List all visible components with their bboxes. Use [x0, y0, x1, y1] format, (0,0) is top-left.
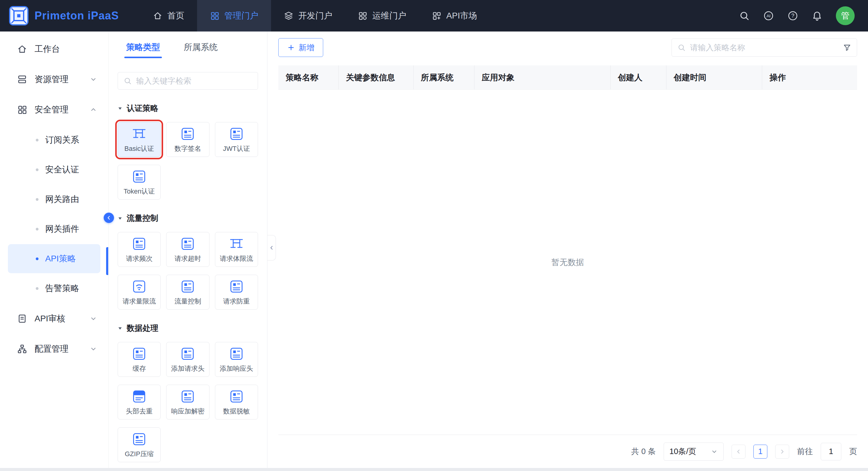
search-icon	[677, 43, 686, 52]
sidebar-subitem-subscription[interactable]: 订阅关系	[8, 125, 100, 155]
policy-card-cache[interactable]: 缓存	[118, 342, 161, 377]
goto-unit: 页	[849, 446, 857, 457]
sidebar-item-resource[interactable]: 资源管理	[0, 64, 108, 95]
policy-card-request-frequency[interactable]: 请求频次	[118, 232, 161, 267]
group-header-data-processing[interactable]: 数据处理	[118, 323, 258, 334]
policy-card-request-antireplay[interactable]: 请求防重	[215, 275, 258, 309]
policy-card-label: Token认证	[124, 187, 155, 196]
policy-card-basic-auth[interactable]: Basic认证	[118, 122, 161, 157]
user-avatar[interactable]: 管	[836, 6, 855, 25]
search-icon[interactable]	[739, 10, 750, 21]
nav-item-ops-portal[interactable]: 运维门户	[345, 0, 419, 32]
sidebar-item-label: API审核	[35, 313, 65, 325]
help-icon[interactable]: ?	[787, 10, 798, 21]
chevron-up-icon	[89, 106, 97, 113]
nav-item-home[interactable]: 首页	[140, 0, 197, 32]
prev-page-button[interactable]	[732, 445, 745, 459]
policy-card-request-volume-limit[interactable]: 请求量限流	[118, 275, 161, 309]
page-number-current[interactable]: 1	[753, 445, 767, 459]
sidebar-item-workbench[interactable]: 工作台	[0, 34, 108, 64]
search-icon	[123, 77, 132, 85]
policy-card-label: 请求量限流	[123, 297, 156, 306]
sidebar-item-label: 工作台	[35, 43, 60, 55]
empty-state-text: 暂无数据	[552, 257, 584, 268]
bell-icon[interactable]	[812, 10, 823, 21]
policy-card-data-masking[interactable]: 数据脱敏	[215, 385, 258, 419]
policy-card-label: 头部去重	[126, 407, 153, 416]
nav-item-label: API市场	[446, 10, 477, 22]
group-title: 认证策略	[127, 103, 158, 113]
policy-card-digital-signature[interactable]: 数字签名	[166, 122, 209, 157]
market-grid-icon	[432, 11, 441, 21]
policy-card-jwt-auth[interactable]: JWT认证	[215, 122, 258, 157]
sidebar-item-security[interactable]: 安全管理	[0, 95, 108, 125]
card-grid-data-processing: 缓存 添加请求头 添加响应头 头部去重 响应加解密 数据脱敏	[118, 342, 258, 462]
policy-card-token-auth[interactable]: Token认证	[118, 165, 161, 200]
filter-icon[interactable]	[843, 43, 851, 52]
policy-card-encrypt-decrypt[interactable]: 响应加解密	[166, 385, 209, 419]
svg-text:?: ?	[791, 13, 794, 19]
panel-collapse-button[interactable]	[268, 235, 276, 261]
app-icon	[131, 431, 147, 447]
brand[interactable]: Primeton iPaaS	[0, 6, 140, 26]
policy-card-header-dedup[interactable]: 头部去重	[118, 385, 161, 419]
policy-card-label: 请求防重	[223, 297, 250, 306]
next-page-button[interactable]	[775, 445, 789, 459]
nav-item-dev-portal[interactable]: 开发门户	[271, 0, 345, 32]
add-policy-label: 新增	[299, 42, 314, 53]
sidebar-subitem-label: 安全认证	[45, 164, 79, 175]
goto-page-input[interactable]	[821, 443, 841, 461]
sidebar-subitem-alert-policy[interactable]: 告警策略	[8, 274, 100, 303]
policy-search-input[interactable]	[690, 43, 839, 53]
group-header-auth-policy[interactable]: 认证策略	[118, 103, 258, 113]
tab-policy-type[interactable]: 策略类型	[126, 43, 160, 58]
sidebar-subitem-gateway-plugin[interactable]: 网关插件	[8, 214, 100, 243]
palette-search-input[interactable]	[136, 76, 252, 86]
bullet-dot	[36, 287, 38, 290]
page-size-select[interactable]: 10条/页	[664, 442, 724, 461]
sidebar-subitem-security-auth[interactable]: 安全认证	[8, 155, 100, 184]
app-icon	[131, 236, 147, 252]
sidebar-collapse-button[interactable]	[104, 213, 114, 223]
table-header: 策略名称 关键参数信息 所属系统 应用对象 创建人 创建时间 操作	[278, 65, 857, 90]
pagination-bar: 共 0 条 10条/页 1 前往 页	[278, 435, 857, 468]
app-icon	[131, 346, 147, 362]
ai-icon[interactable]: AI	[763, 10, 774, 21]
bullet-dot	[36, 228, 38, 231]
column-header-owning-system: 所属系统	[413, 65, 474, 89]
nav-item-api-market[interactable]: API市场	[419, 0, 490, 32]
policy-card-label: 请求超时	[174, 254, 201, 263]
policy-card-label: Basic认证	[124, 144, 154, 153]
policy-card-request-timeout[interactable]: 请求超时	[166, 232, 209, 267]
column-header-applied-object: 应用对象	[474, 65, 611, 89]
column-header-creator: 创建人	[611, 65, 666, 89]
nav-item-admin-portal[interactable]: 管理门户	[197, 0, 271, 32]
sidebar-subitem-label: 网关插件	[45, 223, 79, 235]
card-grid-traffic-control: 请求频次 请求超时 请求体限流 请求量限流 流量控制 请求防重	[118, 232, 258, 309]
tab-owning-system[interactable]: 所属系统	[184, 43, 218, 58]
column-header-key-params: 关键参数信息	[339, 65, 413, 89]
policy-card-request-body-limit[interactable]: 请求体限流	[215, 232, 258, 267]
add-policy-button[interactable]: 新增	[278, 38, 323, 57]
app-icon	[228, 346, 244, 362]
palette-tabs: 策略类型 所属系统	[108, 32, 267, 58]
goto-label: 前往	[797, 446, 813, 457]
sidebar-subitem-api-policy[interactable]: API策略	[8, 244, 100, 273]
policy-card-label: 添加请求头	[171, 364, 204, 373]
policy-card-add-request-header[interactable]: 添加请求头	[166, 342, 209, 377]
bridge-icon	[131, 126, 147, 142]
policy-card-add-response-header[interactable]: 添加响应头	[215, 342, 258, 377]
policy-card-traffic-control[interactable]: 流量控制	[166, 275, 209, 309]
total-count-text: 共 0 条	[631, 446, 656, 457]
sidebar-item-api-audit[interactable]: API审核	[0, 303, 108, 334]
policy-card-label: 数字签名	[174, 144, 201, 153]
policy-card-gzip[interactable]: GZIP压缩	[118, 427, 161, 462]
header-icon	[131, 389, 147, 404]
card-grid-auth-policy: Basic认证 数字签名 JWT认证 Token认证	[118, 122, 258, 200]
group-title: 流量控制	[127, 213, 158, 224]
ops-grid-icon	[358, 11, 368, 21]
sidebar-item-config[interactable]: 配置管理	[0, 334, 108, 364]
sidebar-subitem-gateway-route[interactable]: 网关路由	[8, 185, 100, 214]
group-header-traffic-control[interactable]: 流量控制	[118, 213, 258, 224]
policy-card-label: 请求频次	[126, 254, 153, 263]
